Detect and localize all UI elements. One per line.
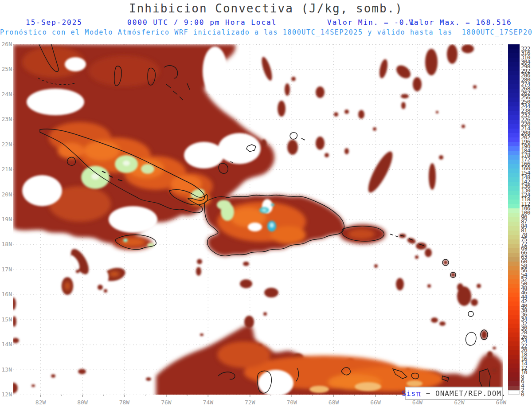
valor-min-label: Valor Min. = -0.1 — [327, 18, 415, 27]
colorbar-cell — [508, 306, 520, 310]
colorbar-cell — [508, 364, 520, 368]
colorbar-cell — [508, 217, 520, 222]
colorbar-cell — [508, 226, 520, 231]
lon-tick-label: 74W — [198, 399, 218, 406]
lat-tick-label: 13N — [0, 367, 12, 372]
colorbar-cell — [508, 182, 520, 186]
colorbar-cell — [508, 244, 520, 248]
colorbar-cell — [508, 257, 520, 262]
colorbar-cell — [508, 142, 520, 146]
colorbar-cell — [508, 297, 520, 301]
valor-max-label: Valor Max. = 168.516 — [409, 18, 512, 27]
colorbar-cell — [508, 275, 520, 279]
page-title: Inhibicion Convectiva (J/kg, somb.) — [0, 2, 532, 15]
colorbar-cell — [508, 146, 520, 151]
colorbar-cell — [508, 164, 520, 168]
colorbar-cell — [508, 133, 520, 137]
lat-tick-label: 17N — [0, 267, 12, 272]
lon-tick-label: 82W — [31, 399, 51, 406]
colorbar-cell — [508, 333, 520, 337]
colorbar-cell — [508, 355, 520, 359]
map-plot-area — [13, 44, 503, 399]
lon-tick-label: 78W — [114, 399, 134, 406]
lon-tick-label: 66W — [366, 399, 385, 406]
lat-tick-label: 24N — [0, 92, 12, 97]
colorbar-cell — [508, 386, 520, 390]
lon-tick-label: 64W — [407, 399, 427, 406]
colorbar-cell — [508, 62, 520, 67]
colorbar-cell — [508, 44, 520, 49]
colorbar-cell — [508, 315, 520, 319]
lon-axis: 82W80W78W76W74W72W70W68W66W64W62W60W — [13, 399, 519, 408]
colorbar-cell — [508, 359, 520, 364]
colorbar-cell — [508, 67, 520, 71]
colorbar-cell — [508, 301, 520, 306]
colorbar-cell — [508, 173, 520, 177]
colorbar-cell — [508, 49, 520, 53]
colorbar-cell — [508, 89, 520, 93]
colorbar-cell — [508, 208, 520, 213]
colorbar-cell — [508, 248, 520, 253]
contour-map — [13, 44, 503, 399]
attribution-box: Sisπ − ONAMET/REP.DOM. — [405, 387, 503, 400]
colorbar-cell — [508, 93, 520, 98]
lat-tick-label: 18N — [0, 242, 12, 247]
colorbar-cell — [508, 75, 520, 80]
colorbar-cell — [508, 262, 520, 266]
colorbar-cell — [508, 288, 520, 293]
colorbar-label: 0 — [521, 392, 532, 397]
colorbar-cell — [508, 84, 520, 89]
colorbar-cell — [508, 200, 520, 204]
colorbar-cell — [508, 341, 520, 346]
colorbar-cell — [508, 222, 520, 226]
colorbar-cell — [508, 235, 520, 239]
lat-tick-label: 23N — [0, 117, 12, 122]
colorbar-cell — [508, 270, 520, 275]
colorbar-cell — [508, 381, 520, 386]
lat-tick-label: 22N — [0, 142, 12, 147]
colorbar-cell — [508, 129, 520, 133]
colorbar-cell — [508, 293, 520, 297]
colorbar-cell — [508, 337, 520, 341]
forecast-subtitle: Pronóstico con el Modelo Atmósferico WRF… — [0, 28, 525, 36]
colorbar-cell — [508, 191, 520, 195]
lat-tick-label: 15N — [0, 317, 12, 322]
lat-tick-label: 14N — [0, 342, 12, 347]
colorbar-cell — [508, 368, 520, 372]
lon-tick-label: 76W — [156, 399, 176, 406]
lon-tick-label: 72W — [240, 399, 260, 406]
attribution-sis: Sis — [402, 389, 416, 398]
colorbar-cell — [508, 204, 520, 208]
lon-tick-label: 62W — [450, 399, 469, 406]
colorbar-cell — [508, 120, 520, 124]
lat-tick-label: 16N — [0, 292, 12, 297]
colorbar-cell — [508, 111, 520, 115]
colorbar-cell — [508, 350, 520, 355]
colorbar-cell — [508, 102, 520, 106]
lon-tick-label: 68W — [324, 399, 344, 406]
colorbar-cell — [508, 160, 520, 164]
date-label: 15-Sep-2025 — [26, 18, 82, 27]
colorbar-cell — [508, 213, 520, 217]
colorbar-cell — [508, 319, 520, 324]
colorbar-cell — [508, 390, 520, 395]
lon-tick-label: 70W — [282, 399, 301, 406]
colorbar-cell — [508, 106, 520, 111]
colorbar-cell — [508, 377, 520, 381]
colorbar-cell — [508, 195, 520, 200]
colorbar-cell — [508, 53, 520, 58]
lon-tick-label: 80W — [73, 399, 92, 406]
colorbar-cell — [508, 168, 520, 173]
lat-tick-label: 20N — [0, 192, 12, 197]
attribution-text: − ONAMET/REP.DOM. — [421, 389, 506, 398]
colorbar-cell — [508, 115, 520, 120]
colorbar-cell — [508, 71, 520, 75]
colorbar-cell — [508, 324, 520, 328]
lat-tick-label: 19N — [0, 217, 12, 222]
colorbar-cell — [508, 177, 520, 182]
colorbar-cell — [508, 266, 520, 270]
colorbar-cell — [508, 310, 520, 315]
lat-tick-label: 12N — [0, 392, 12, 397]
time-label: 0000 UTC / 9:00 pm Hora Local — [127, 18, 277, 27]
colorbar: 3223163103042982922862802742682622562502… — [508, 44, 532, 399]
